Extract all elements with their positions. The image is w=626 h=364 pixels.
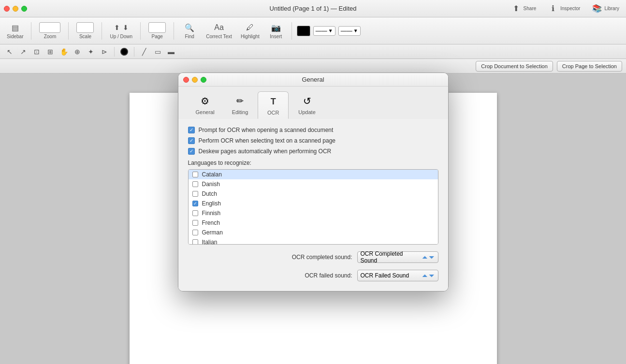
- tab-editing[interactable]: ✏ Editing: [224, 91, 256, 119]
- ocr-completed-chevron-icon: ⏶⏷: [422, 253, 435, 261]
- dialog-close-button[interactable]: [183, 77, 189, 83]
- updown-button[interactable]: ⬆ ⬇ Up / Down: [107, 20, 135, 41]
- correct-text-button[interactable]: Aa Correct Text: [203, 20, 235, 41]
- inspector-icon: ℹ: [548, 3, 558, 14]
- ocr-tab-label: OCR: [267, 110, 279, 116]
- ocr-failed-sound-select[interactable]: OCR Failed Sound ⏶⏷: [357, 270, 438, 281]
- crop-tool[interactable]: ⊞: [44, 46, 56, 58]
- editing-tab-label: Editing: [232, 109, 248, 115]
- lang-checkbox[interactable]: [192, 172, 198, 177]
- page-input[interactable]: 1: [148, 22, 166, 33]
- find-button[interactable]: 🔍 Find: [179, 20, 200, 41]
- language-item[interactable]: Catalan: [189, 170, 438, 179]
- titlebar-right-buttons: ⬆ Share ℹ Inspector 📚 Library: [508, 1, 622, 16]
- zoom-control[interactable]: 133% Zoom: [36, 20, 63, 41]
- insert-icon: 📷: [271, 22, 281, 33]
- lang-name: German: [202, 229, 223, 236]
- tab-general[interactable]: ⚙ General: [188, 91, 222, 119]
- ocr-failed-sound-label: OCR failed sound:: [305, 272, 352, 279]
- arrow-tool[interactable]: ↖: [4, 46, 15, 58]
- minimize-button[interactable]: [13, 6, 18, 12]
- dialog-title: General: [302, 76, 324, 83]
- checkbox-2[interactable]: [188, 137, 195, 144]
- toolbar-sep-5: [174, 22, 174, 40]
- tab-update[interactable]: ↺ Update: [291, 91, 323, 119]
- lang-checkbox[interactable]: [192, 239, 198, 245]
- checkbox-row-1: Prompt for OCR when opening a scanned do…: [188, 127, 438, 133]
- language-item[interactable]: Dutch: [189, 189, 438, 199]
- stroke-selector-2[interactable]: —— ▼: [338, 26, 361, 36]
- toolbar-sep-6: [291, 22, 292, 40]
- pointer-tool[interactable]: ⊳: [99, 46, 110, 58]
- crop-page-button[interactable]: Crop Page to Selection: [557, 61, 622, 72]
- find-icon: 🔍: [184, 22, 195, 33]
- stroke-line: ——: [316, 28, 327, 34]
- language-item[interactable]: Danish: [189, 179, 438, 189]
- crop-document-button[interactable]: Crop Document to Selection: [476, 61, 553, 72]
- language-item[interactable]: Finnish: [189, 208, 438, 218]
- tab-ocr[interactable]: T OCR: [258, 91, 289, 119]
- language-item[interactable]: German: [189, 228, 438, 237]
- language-item[interactable]: Italian: [189, 237, 438, 245]
- library-button[interactable]: 📚 Library: [589, 1, 622, 16]
- ocr-completed-sound-label: OCR completed sound:: [292, 254, 352, 261]
- lang-checkbox[interactable]: [192, 210, 198, 216]
- stroke-selector-1[interactable]: —— ▼: [313, 26, 335, 36]
- titlebar-controls: [4, 6, 27, 12]
- lang-name: Danish: [202, 181, 220, 188]
- highlight-label: Highlight: [241, 34, 260, 39]
- ocr-completed-sound-row: OCR completed sound: OCR Completed Sound…: [188, 251, 438, 263]
- sidebar-label: Sidebar: [7, 34, 23, 39]
- language-item[interactable]: French: [189, 218, 438, 228]
- scale-control[interactable]: 1 Scale: [73, 20, 97, 41]
- dialog-max-button[interactable]: [201, 77, 206, 83]
- rect-fill-tool[interactable]: ▬: [165, 46, 177, 58]
- correct-text-label: Correct Text: [206, 34, 232, 39]
- dialog-min-button[interactable]: [192, 77, 198, 83]
- insert-button[interactable]: 📷 Insert: [265, 20, 287, 41]
- share-icon: ⬆: [511, 3, 522, 14]
- page-control[interactable]: 1 Page: [146, 20, 169, 41]
- inspector-label: Inspector: [560, 6, 580, 11]
- lang-name: Italian: [202, 239, 218, 245]
- ocr-tab-icon: T: [266, 95, 280, 108]
- text-tool[interactable]: ⊡: [31, 46, 43, 58]
- checkbox-3[interactable]: [188, 148, 195, 155]
- crop-bar: Crop Document to Selection Crop Page to …: [0, 59, 626, 73]
- stroke-line-2: ——: [341, 28, 352, 34]
- inspector-button[interactable]: ℹ Inspector: [545, 1, 583, 16]
- share-button[interactable]: ⬆ Share: [508, 1, 539, 16]
- line-tool[interactable]: ╱: [138, 46, 150, 58]
- checkbox-1[interactable]: [188, 127, 195, 133]
- redact-tool[interactable]: ✦: [85, 46, 97, 58]
- close-button[interactable]: [4, 6, 10, 12]
- language-list[interactable]: CatalanDanishDutchEnglishFinnishFrenchGe…: [188, 169, 438, 245]
- sidebar-icon: ▤: [10, 22, 20, 33]
- sidebar-button[interactable]: ▤ Sidebar: [4, 20, 26, 41]
- color-swatch[interactable]: [297, 26, 310, 36]
- lang-name: Catalan: [202, 171, 222, 178]
- rect-outline-tool[interactable]: ▭: [152, 46, 163, 58]
- tools-toolbar: ↖ ↗ ⊡ ⊞ ✋ ⊕ ✦ ⊳ ╱ ▭ ▬: [0, 44, 626, 59]
- circle-fill-tool[interactable]: [118, 46, 130, 58]
- languages-label: Languages to recognize:: [188, 160, 438, 166]
- lang-checkbox[interactable]: [192, 201, 198, 206]
- zoom-label: Zoom: [44, 34, 57, 39]
- lang-checkbox[interactable]: [192, 220, 198, 226]
- ocr-completed-sound-select[interactable]: OCR Completed Sound ⏶⏷: [357, 251, 438, 263]
- magnify-tool[interactable]: ⊕: [72, 46, 83, 58]
- share-label: Share: [524, 6, 537, 11]
- scale-input[interactable]: 1: [76, 22, 94, 33]
- maximize-button[interactable]: [21, 6, 27, 12]
- lang-checkbox[interactable]: [192, 230, 198, 235]
- checkbox-1-label: Prompt for OCR when opening a scanned do…: [199, 127, 334, 133]
- correct-text-icon: Aa: [214, 22, 224, 33]
- pan-tool[interactable]: ✋: [58, 46, 70, 58]
- language-item[interactable]: English: [189, 199, 438, 208]
- lang-checkbox[interactable]: [192, 181, 198, 187]
- zoom-input[interactable]: 133%: [39, 22, 60, 33]
- highlight-button[interactable]: 🖊 Highlight: [238, 20, 262, 41]
- lang-checkbox[interactable]: [192, 191, 198, 197]
- select-tool[interactable]: ↗: [17, 46, 29, 58]
- highlight-icon: 🖊: [245, 22, 255, 33]
